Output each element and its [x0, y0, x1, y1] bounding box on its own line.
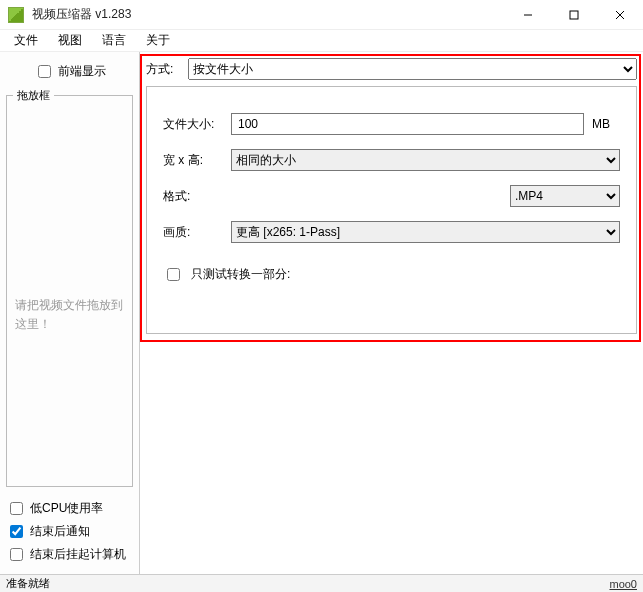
filesize-unit: MB	[592, 117, 620, 131]
svg-rect-1	[570, 11, 578, 19]
quality-select[interactable]: 更高 [x265: 1-Pass]	[231, 221, 620, 243]
svg-line-2	[616, 11, 624, 19]
status-text: 准备就绪	[6, 576, 50, 591]
maximize-button[interactable]	[551, 0, 597, 30]
dropzone-legend: 拖放框	[13, 88, 54, 103]
wh-label: 宽 x 高:	[163, 152, 223, 169]
method-select[interactable]: 按文件大小	[188, 58, 637, 80]
format-select[interactable]: .MP4	[510, 185, 620, 207]
front-display-checkbox[interactable]	[38, 65, 51, 78]
minimize-button[interactable]	[505, 0, 551, 30]
filesize-label: 文件大小:	[163, 116, 223, 133]
quality-label: 画质:	[163, 224, 223, 241]
test-only-checkbox[interactable]	[167, 268, 180, 281]
suspend-done-checkbox[interactable]	[10, 548, 23, 561]
content-area: 前端显示 拖放框 请把视频文件拖放到这里！ 低CPU使用率 结束后通知 结束后挂…	[0, 52, 643, 574]
menu-view[interactable]: 视图	[50, 30, 90, 51]
notify-done-checkbox[interactable]	[10, 525, 23, 538]
dropzone-hint: 请把视频文件拖放到这里！	[15, 296, 124, 334]
format-label: 格式:	[163, 188, 223, 205]
close-button[interactable]	[597, 0, 643, 30]
sidebar: 前端显示 拖放框 请把视频文件拖放到这里！ 低CPU使用率 结束后通知 结束后挂…	[0, 52, 140, 574]
status-link[interactable]: moo0	[609, 578, 637, 590]
method-label: 方式:	[146, 61, 182, 78]
filesize-input[interactable]	[231, 113, 584, 135]
front-display-label: 前端显示	[58, 63, 106, 80]
low-cpu-label: 低CPU使用率	[30, 500, 103, 517]
dropzone-group[interactable]: 拖放框 请把视频文件拖放到这里！	[6, 95, 133, 487]
menubar: 文件 视图 语言 关于	[0, 30, 643, 52]
settings-group: 文件大小: MB 宽 x 高: 相同的大小 格式: .MP4 画质:	[146, 86, 637, 334]
window-title: 视频压缩器 v1.283	[32, 6, 505, 23]
main-pane: 方式: 按文件大小 文件大小: MB 宽 x 高: 相同的大小 格式:	[140, 52, 643, 574]
menu-language[interactable]: 语言	[94, 30, 134, 51]
low-cpu-checkbox[interactable]	[10, 502, 23, 515]
wh-select[interactable]: 相同的大小	[231, 149, 620, 171]
menu-about[interactable]: 关于	[138, 30, 178, 51]
suspend-done-label: 结束后挂起计算机	[30, 546, 126, 563]
notify-done-label: 结束后通知	[30, 523, 90, 540]
test-only-label: 只测试转换一部分:	[191, 266, 290, 283]
titlebar: 视频压缩器 v1.283	[0, 0, 643, 30]
svg-line-3	[616, 11, 624, 19]
statusbar: 准备就绪 moo0	[0, 574, 643, 592]
app-icon	[8, 7, 24, 23]
menu-file[interactable]: 文件	[6, 30, 46, 51]
